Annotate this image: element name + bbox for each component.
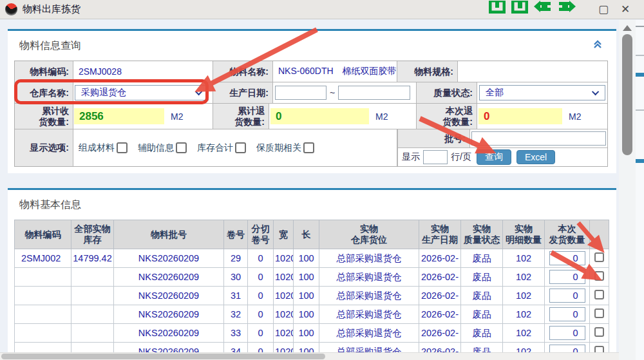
maximize-button[interactable]: ▢: [592, 0, 614, 19]
column-header: [590, 220, 609, 249]
horizontal-scrollbar[interactable]: [0, 352, 619, 360]
close-button[interactable]: ✕: [614, 0, 636, 19]
total-returned-label: 累计退 货数量:: [213, 104, 269, 129]
current-return-label: 本次退 货数量:: [417, 104, 477, 129]
aux-info-checkbox[interactable]: [176, 142, 187, 153]
excel-button[interactable]: Excel: [516, 150, 555, 164]
shelf-life-checkbox[interactable]: [303, 142, 314, 153]
green-pixel-icon-4[interactable]: [558, 1, 576, 14]
ship-qty-input[interactable]: 0: [549, 326, 585, 340]
vertical-scrollbar-thumb[interactable]: [622, 34, 632, 155]
table-cell: 33: [224, 324, 248, 343]
material-detail-table: 物料编码全部实物 库存物料批号卷号分切 卷号宽长实物 仓库货位实物 生产日期实物…: [14, 220, 609, 360]
table-cell: 0: [248, 287, 274, 305]
table-cell: 30: [224, 268, 248, 287]
rows-per-page-input[interactable]: [423, 150, 448, 164]
current-return-value: 0: [478, 108, 562, 124]
table-cell: 废品: [461, 324, 503, 343]
table-cell: 总部采购退货仓: [319, 249, 419, 268]
row-checkbox[interactable]: [594, 271, 604, 281]
table-cell: 102: [503, 305, 545, 324]
table-cell: 102: [503, 287, 545, 305]
query-form: 物料编码: 2SMJ0028 物料名称: NKS-060DTH 棉纸双面胶带 自…: [14, 61, 608, 167]
compose-material-checkbox[interactable]: [117, 142, 128, 153]
material-code-value[interactable]: 2SMJ0028: [73, 61, 213, 82]
content-edge-sliver: [636, 20, 644, 360]
collapse-panel-icon[interactable]: [593, 40, 602, 49]
titlebar: 物料出库拣货 ▢ ✕: [0, 0, 644, 19]
table-cell: NKS20260209: [114, 305, 224, 324]
table-cell: 0: [248, 324, 274, 343]
column-header: 物料批号: [114, 220, 224, 249]
table-cell: [71, 268, 114, 287]
table-cell: NKS20260209: [114, 268, 224, 287]
table-cell: 2026-02-: [419, 287, 461, 305]
column-header: 实物 仓库货位: [319, 220, 419, 249]
row-checkbox[interactable]: [594, 308, 604, 318]
stock-total-checkbox[interactable]: [235, 142, 246, 153]
horizontal-scrollbar-thumb[interactable]: [1, 354, 325, 359]
ship-qty-input[interactable]: 0: [549, 270, 585, 284]
query-button[interactable]: 查询: [477, 149, 511, 165]
material-name-value[interactable]: NKS-060DTH 棉纸双面胶带 自带E: [273, 61, 397, 82]
green-pixel-icon-1[interactable]: [489, 1, 506, 14]
material-name-label: 物料名称:: [213, 61, 273, 82]
material-spec-label: 物料规格:: [397, 61, 458, 82]
ship-qty-input[interactable]: 0: [549, 289, 585, 303]
column-header: 实物 明细数量: [503, 220, 545, 249]
batch-label: 批号:: [398, 129, 470, 147]
pager-suffix: 行/页: [451, 151, 471, 163]
column-header: 分切 卷号: [248, 220, 274, 249]
warehouse-select[interactable]: 采购退货仓: [75, 85, 209, 100]
table-cell: 100: [294, 287, 319, 305]
table-cell: 总部采购退货仓: [319, 324, 419, 343]
table-row: NKS202602093301020100总部采购退货仓2026-02-废品10…: [15, 324, 609, 343]
row-checkbox[interactable]: [594, 327, 604, 337]
table-cell: 废品: [461, 287, 503, 305]
option-label: 组成材料: [79, 142, 115, 154]
ship-qty-input[interactable]: 0: [549, 307, 585, 321]
table-cell: 0: [248, 305, 274, 324]
table-row: NKS202602093201020100总部采购退货仓2026-02-废品10…: [15, 305, 609, 324]
table-cell: NKS20260209: [114, 287, 224, 305]
table-cell: NKS20260209: [114, 324, 224, 343]
column-header: 全部实物 库存: [71, 220, 114, 249]
column-header: 宽: [274, 220, 294, 249]
column-header: 实物 质量状态: [461, 220, 503, 249]
ship-qty-input[interactable]: 0: [549, 251, 585, 265]
warehouse-label: 仓库名称:: [15, 82, 73, 103]
option-aux-info: 辅助信息: [138, 142, 187, 154]
green-pixel-icon-2[interactable]: [511, 1, 528, 14]
table-cell: 0: [248, 249, 274, 268]
material-detail-panel: 物料基本信息 物料编码全部实物 库存物料批号卷号分切 卷号宽长实物 仓库货位实物…: [8, 188, 616, 360]
green-pixel-icon-3[interactable]: [534, 1, 552, 14]
quality-select[interactable]: 全部: [479, 85, 605, 100]
material-spec-value[interactable]: [458, 61, 607, 82]
table-cell: NKS20260209: [114, 249, 224, 268]
total-received-value: 2856: [74, 108, 164, 124]
table-cell: 102: [503, 249, 545, 268]
table-row: 2SMJ00214799.42NKS202602092901020100总部采购…: [15, 249, 609, 268]
option-shelf-life: 保质期相关: [256, 142, 314, 154]
table-cell: 0: [248, 268, 274, 287]
window-title: 物料出库拣货: [23, 3, 80, 15]
table-cell: 1020: [274, 249, 294, 268]
scroll-up-arrow-icon[interactable]: [623, 25, 632, 31]
prod-date-to-input[interactable]: [338, 86, 410, 100]
table-cell: [15, 268, 71, 287]
row-checkbox[interactable]: [594, 252, 604, 262]
table-cell: 2SMJ002: [15, 249, 71, 268]
app-logo-icon: [5, 3, 17, 15]
option-label: 库存合计: [197, 142, 233, 154]
option-label: 辅助信息: [138, 142, 174, 154]
query-panel-title: 物料信息查询: [19, 39, 81, 53]
vertical-scrollbar[interactable]: [619, 20, 636, 360]
table-cell: 102: [503, 268, 545, 287]
prod-date-from-input[interactable]: [275, 86, 327, 100]
batch-input[interactable]: [471, 131, 606, 146]
table-cell: 32: [224, 305, 248, 324]
table-cell: 总部采购退货仓: [319, 287, 419, 305]
row-checkbox[interactable]: [594, 290, 604, 299]
table-cell: 2026-02-: [419, 324, 461, 343]
table-cell: 2026-02-: [419, 268, 461, 287]
